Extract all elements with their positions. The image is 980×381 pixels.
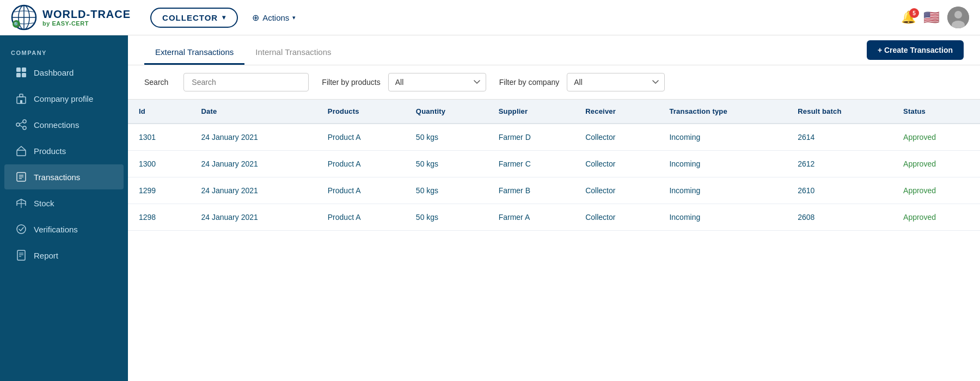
svg-rect-9 bbox=[16, 67, 21, 72]
cell-supplier: Farmer C bbox=[488, 151, 575, 177]
report-label: Report bbox=[34, 251, 58, 260]
verifications-label: Verifications bbox=[34, 225, 78, 234]
cell-type: Incoming bbox=[658, 124, 787, 151]
sidebar-item-transactions[interactable]: Transactions bbox=[4, 164, 124, 189]
cell-receiver: Collector bbox=[574, 124, 658, 151]
svg-rect-12 bbox=[22, 73, 26, 77]
filter-company-select[interactable]: All bbox=[567, 73, 665, 91]
top-navigation: 🔍 WORLD-TRACE by EASY-CERT COLLECTOR ▾ ⊕… bbox=[0, 0, 980, 35]
cell-batch: 2610 bbox=[787, 177, 892, 204]
sidebar-item-products[interactable]: Products bbox=[4, 138, 124, 163]
transactions-table: Id Date Products Quantity Supplier Recei… bbox=[128, 100, 980, 231]
col-supplier: Supplier bbox=[488, 100, 575, 124]
cell-supplier: Farmer D bbox=[488, 124, 575, 151]
svg-rect-11 bbox=[16, 73, 21, 77]
transactions-label: Transactions bbox=[34, 173, 80, 182]
actions-label: Actions bbox=[262, 13, 289, 22]
col-products: Products bbox=[317, 100, 405, 124]
cell-batch: 2612 bbox=[787, 151, 892, 177]
svg-rect-21 bbox=[17, 150, 26, 156]
svg-text:🔍: 🔍 bbox=[14, 21, 20, 28]
products-icon bbox=[15, 145, 27, 157]
svg-rect-29 bbox=[17, 250, 25, 260]
table-row[interactable]: 1300 24 January 2021 Product A 50 kgs Fa… bbox=[128, 151, 980, 177]
products-label: Products bbox=[34, 146, 66, 156]
sidebar-item-company-profile[interactable]: Company profile bbox=[4, 86, 124, 111]
svg-rect-15 bbox=[20, 100, 22, 103]
cell-id: 1298 bbox=[128, 204, 191, 231]
cell-receiver: Collector bbox=[574, 151, 658, 177]
col-transaction-type: Transaction type bbox=[658, 100, 787, 124]
verifications-icon bbox=[15, 223, 27, 235]
filter-products-label: Filter by products bbox=[322, 78, 380, 87]
cell-date: 24 January 2021 bbox=[191, 177, 317, 204]
svg-point-18 bbox=[23, 126, 26, 130]
sidebar-item-dashboard[interactable]: Dashboard bbox=[4, 60, 124, 85]
notification-button[interactable]: 🔔 5 bbox=[901, 10, 916, 24]
user-avatar[interactable] bbox=[947, 7, 969, 28]
col-status: Status bbox=[892, 100, 980, 124]
collector-dropdown[interactable]: COLLECTOR ▾ bbox=[150, 8, 238, 28]
filter-products-wrap: Filter by products All bbox=[322, 73, 486, 91]
filter-company-label: Filter by company bbox=[499, 78, 559, 87]
cell-type: Incoming bbox=[658, 204, 787, 231]
col-quantity: Quantity bbox=[405, 100, 488, 124]
svg-rect-10 bbox=[22, 67, 26, 72]
table-body: 1301 24 January 2021 Product A 50 kgs Fa… bbox=[128, 124, 980, 231]
filter-products-select[interactable]: All bbox=[388, 73, 486, 91]
content-area: External Transactions Internal Transacti… bbox=[128, 35, 980, 381]
table-header: Id Date Products Quantity Supplier Recei… bbox=[128, 100, 980, 124]
cell-status: Approved bbox=[892, 151, 980, 177]
svg-point-16 bbox=[16, 123, 20, 126]
transactions-icon bbox=[15, 171, 27, 183]
search-input[interactable] bbox=[183, 73, 309, 91]
stock-label: Stock bbox=[34, 199, 54, 208]
sidebar: COMPANY Dashboard Company profile bbox=[0, 35, 128, 381]
sidebar-item-connections[interactable]: Connections bbox=[4, 112, 124, 137]
search-label: Search bbox=[144, 78, 168, 87]
cell-products: Product A bbox=[317, 151, 405, 177]
cell-quantity: 50 kgs bbox=[405, 151, 488, 177]
tab-internal-transactions[interactable]: Internal Transactions bbox=[244, 35, 342, 65]
svg-point-7 bbox=[954, 11, 962, 19]
cell-receiver: Collector bbox=[574, 177, 658, 204]
svg-rect-14 bbox=[20, 94, 23, 97]
logo: 🔍 WORLD-TRACE by EASY-CERT bbox=[11, 4, 131, 30]
svg-point-28 bbox=[17, 225, 26, 233]
cell-status: Approved bbox=[892, 177, 980, 204]
dashboard-icon bbox=[15, 66, 27, 78]
cell-quantity: 50 kgs bbox=[405, 124, 488, 151]
logo-sub-text: by EASY-CERT bbox=[42, 20, 131, 27]
table-row[interactable]: 1301 24 January 2021 Product A 50 kgs Fa… bbox=[128, 124, 980, 151]
col-result-batch: Result batch bbox=[787, 100, 892, 124]
stock-icon bbox=[15, 197, 27, 209]
cell-supplier: Farmer A bbox=[488, 204, 575, 231]
cell-id: 1299 bbox=[128, 177, 191, 204]
sidebar-item-report[interactable]: Report bbox=[4, 243, 124, 268]
notification-badge: 5 bbox=[909, 8, 919, 18]
cell-date: 24 January 2021 bbox=[191, 204, 317, 231]
cell-type: Incoming bbox=[658, 177, 787, 204]
actions-menu[interactable]: ⊕ Actions ▾ bbox=[247, 9, 301, 26]
chevron-down-icon: ▾ bbox=[292, 14, 296, 21]
tab-external-transactions[interactable]: External Transactions bbox=[144, 35, 244, 65]
dashboard-label: Dashboard bbox=[34, 68, 74, 77]
sidebar-item-verifications[interactable]: Verifications bbox=[4, 217, 124, 242]
create-transaction-button[interactable]: + Create Transaction bbox=[867, 40, 964, 60]
cell-batch: 2608 bbox=[787, 204, 892, 231]
language-selector[interactable]: 🇺🇸 bbox=[923, 10, 940, 25]
cell-id: 1300 bbox=[128, 151, 191, 177]
topnav-right: 🔔 5 🇺🇸 bbox=[901, 7, 969, 28]
cell-supplier: Farmer B bbox=[488, 177, 575, 204]
plus-icon: ⊕ bbox=[252, 13, 259, 23]
sidebar-item-stock[interactable]: Stock bbox=[4, 190, 124, 216]
sidebar-section-label: COMPANY bbox=[0, 41, 128, 59]
cell-batch: 2614 bbox=[787, 124, 892, 151]
table-row[interactable]: 1298 24 January 2021 Product A 50 kgs Fa… bbox=[128, 204, 980, 231]
cell-receiver: Collector bbox=[574, 204, 658, 231]
connections-label: Connections bbox=[34, 120, 79, 130]
table-row[interactable]: 1299 24 January 2021 Product A 50 kgs Fa… bbox=[128, 177, 980, 204]
cell-date: 24 January 2021 bbox=[191, 124, 317, 151]
svg-line-20 bbox=[20, 125, 23, 127]
col-id: Id bbox=[128, 100, 191, 124]
